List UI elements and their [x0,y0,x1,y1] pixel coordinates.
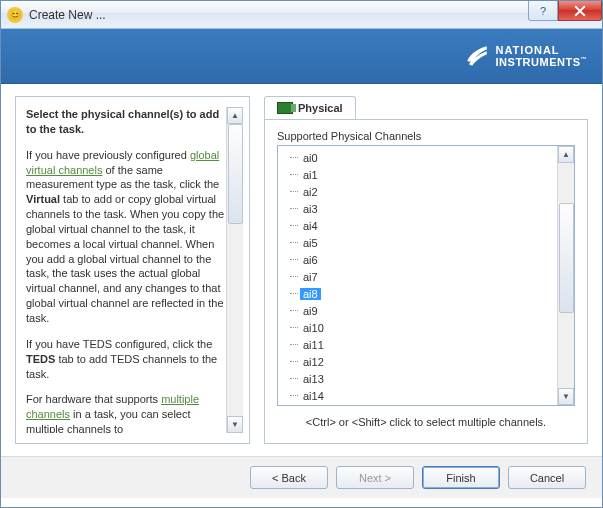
scroll-down-icon[interactable]: ▼ [227,416,243,433]
scroll-down-icon[interactable]: ▼ [558,388,574,405]
channel-item[interactable]: ai0 [278,149,557,166]
ni-eagle-icon [464,43,490,69]
channel-item[interactable]: ai6 [278,251,557,268]
tab-physical[interactable]: Physical [264,96,356,119]
channel-list[interactable]: ai0ai1ai2ai3ai4ai5ai6ai7ai8ai9ai10ai11ai… [278,146,557,405]
channel-item[interactable]: ai5 [278,234,557,251]
channel-item[interactable]: ai3 [278,200,557,217]
finish-button[interactable]: Finish [422,466,500,489]
help-panel: Select the physical channel(s) to add to… [15,96,250,444]
banner: NATIONAL INSTRUMENTS™ [1,29,602,84]
channel-panel: Physical Supported Physical Channels ai0… [264,96,588,444]
scroll-thumb[interactable] [559,203,574,313]
channel-item[interactable]: ai7 [278,268,557,285]
app-icon: 😊 [7,7,23,23]
channel-item[interactable]: ai13 [278,370,557,387]
channel-item[interactable]: ai11 [278,336,557,353]
channel-item[interactable]: ai9 [278,302,557,319]
channel-body: Supported Physical Channels ai0ai1ai2ai3… [264,119,588,444]
scroll-up-icon[interactable]: ▲ [558,146,574,163]
channel-item[interactable]: ai2 [278,183,557,200]
brand-line1: NATIONAL [496,44,560,56]
channel-list-label: Supported Physical Channels [277,130,575,142]
channel-item[interactable]: ai12 [278,353,557,370]
dialog-window: 😊 Create New ... ? NATIONAL INSTRUMENTS™… [0,0,603,508]
channel-scrollbar[interactable]: ▲ ▼ [557,146,574,405]
window-buttons: ? [528,1,602,21]
channel-item[interactable]: ai4 [278,217,557,234]
brand-line2: INSTRUMENTS [496,55,581,67]
help-button[interactable]: ? [528,1,558,21]
channel-item[interactable]: ai10 [278,319,557,336]
back-button[interactable]: < Back [250,466,328,489]
scroll-thumb[interactable] [228,124,243,224]
channel-item[interactable]: ai8 [278,285,557,302]
titlebar: 😊 Create New ... ? [1,1,602,29]
help-heading: Select the physical channel(s) to add to… [26,108,219,135]
ni-logo: NATIONAL INSTRUMENTS™ [464,43,587,69]
help-scrollbar[interactable]: ▲ ▼ [226,107,243,433]
tabs: Physical [264,96,588,119]
chip-icon [277,102,293,114]
close-button[interactable] [558,1,602,21]
channel-list-wrap: ai0ai1ai2ai3ai4ai5ai6ai7ai8ai9ai10ai11ai… [277,145,575,406]
scroll-up-icon[interactable]: ▲ [227,107,243,124]
window-title: Create New ... [29,8,106,22]
next-button: Next > [336,466,414,489]
footer: < Back Next > Finish Cancel [1,456,602,498]
help-text: Select the physical channel(s) to add to… [26,107,226,433]
cancel-button[interactable]: Cancel [508,466,586,489]
channel-hint: <Ctrl> or <Shift> click to select multip… [277,416,575,428]
channel-item[interactable]: ai14 [278,387,557,404]
channel-item[interactable]: ai1 [278,166,557,183]
content: Select the physical channel(s) to add to… [1,84,602,456]
